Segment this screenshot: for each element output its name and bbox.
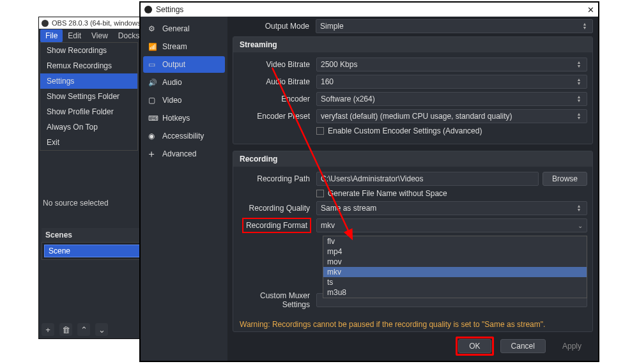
browse-button[interactable]: Browse xyxy=(543,172,587,186)
encoder-select[interactable]: Software (x264)▲▼ xyxy=(316,92,587,106)
file-menu-item[interactable]: Show Recordings xyxy=(40,43,137,58)
filename-space-checkbox[interactable]: Generate File Name without Space xyxy=(316,189,587,198)
sidebar-item-label: Advanced xyxy=(162,149,196,158)
trash-icon[interactable]: 🗑 xyxy=(59,323,72,336)
recording-path-input[interactable]: C:\Users\Administrator\Videos xyxy=(316,172,539,186)
cancel-button[interactable]: Cancel xyxy=(500,339,546,353)
sidebar-item-video[interactable]: Video xyxy=(143,92,225,109)
format-option-flv[interactable]: flv xyxy=(323,236,587,246)
chevron-icon: ⌄ xyxy=(578,222,583,229)
menu-view[interactable]: View xyxy=(86,29,113,42)
recording-format-select[interactable]: mkv⌄ xyxy=(316,218,587,232)
encoder-preset-select[interactable]: veryfast (default) (medium CPU usage, st… xyxy=(316,109,587,123)
chevron-down-icon[interactable]: ⌄ xyxy=(95,323,108,336)
file-menu-item[interactable]: Remux Recordings xyxy=(40,58,137,73)
format-option-mov[interactable]: mov xyxy=(323,257,587,267)
settings-titlebar: Settings ✕ xyxy=(141,3,598,17)
advanced-encoder-checkbox[interactable]: Enable Custom Encoder Settings (Advanced… xyxy=(316,126,587,135)
checkbox-icon xyxy=(316,127,324,135)
settings-sidebar: GeneralStreamOutputAudioVideoHotkeysAcce… xyxy=(141,17,227,361)
menu-file[interactable]: File xyxy=(40,29,63,42)
dialog-buttons: OK Cancel Apply xyxy=(456,337,592,356)
sidebar-item-stream[interactable]: Stream xyxy=(143,38,225,55)
menu-edit[interactable]: Edit xyxy=(63,29,86,42)
stream-icon xyxy=(148,42,157,51)
spinner-arrows-icon: ▲▼ xyxy=(575,204,583,212)
file-menu: Show RecordingsRemux RecordingsSettingsS… xyxy=(40,42,138,151)
plus-icon[interactable]: + xyxy=(42,323,54,336)
encoder-preset-label: Encoder Preset xyxy=(233,112,316,121)
gear-icon xyxy=(148,24,157,33)
sidebar-item-label: General xyxy=(162,24,190,33)
scenes-title: Scenes xyxy=(45,231,72,239)
sidebar-item-label: Audio xyxy=(162,78,182,87)
format-option-mp4[interactable]: mp4 xyxy=(323,246,587,257)
recording-format-label: Recording Format xyxy=(242,218,311,233)
sidebar-item-hotkeys[interactable]: Hotkeys xyxy=(143,110,225,126)
file-menu-item[interactable]: Exit xyxy=(40,135,137,150)
accessibility-icon xyxy=(148,132,157,140)
file-menu-item[interactable]: Show Settings Folder xyxy=(40,89,137,104)
close-icon[interactable]: ✕ xyxy=(587,5,594,15)
recording-path-label: Recording Path xyxy=(233,174,316,183)
custom-muxer-label: Custom Muxer Settings xyxy=(233,291,316,309)
obs-logo-icon xyxy=(42,20,49,27)
sidebar-item-label: Output xyxy=(162,60,185,69)
spinner-arrows-icon: ▲▼ xyxy=(575,95,583,103)
settings-dialog: Settings ✕ GeneralStreamOutputAudioVideo… xyxy=(139,1,599,362)
spinner-arrows-icon: ▲▼ xyxy=(575,78,583,86)
ok-button[interactable]: OK xyxy=(458,339,491,353)
sidebar-item-accessibility[interactable]: Accessibility xyxy=(143,128,225,144)
output-icon xyxy=(148,60,157,69)
format-option-m3u8[interactable]: m3u8 xyxy=(323,287,587,298)
sidebar-item-general[interactable]: General xyxy=(143,20,225,37)
apply-button[interactable]: Apply xyxy=(552,339,592,353)
ok-highlight: OK xyxy=(456,337,493,356)
sidebar-item-label: Accessibility xyxy=(162,132,204,140)
sidebar-item-label: Hotkeys xyxy=(162,114,190,123)
spinner-arrows-icon: ▲▼ xyxy=(581,22,589,30)
video-icon xyxy=(148,96,157,105)
sidebar-item-audio[interactable]: Audio xyxy=(143,74,225,91)
file-menu-item[interactable]: Always On Top xyxy=(40,119,137,135)
advanced-icon xyxy=(148,149,157,158)
output-mode-label: Output Mode xyxy=(233,22,316,31)
audio-bitrate-label: Audio Bitrate xyxy=(233,77,316,86)
sidebar-item-advanced[interactable]: Advanced xyxy=(143,146,225,162)
format-option-ts[interactable]: ts xyxy=(323,277,587,287)
video-bitrate-label: Video Bitrate xyxy=(233,60,316,69)
video-bitrate-input[interactable]: 2500 Kbps▲▼ xyxy=(316,57,587,72)
recording-warning: Warning: Recordings cannot be paused if … xyxy=(233,317,592,331)
checkbox-icon xyxy=(316,190,324,197)
settings-title: Settings xyxy=(156,5,183,14)
recording-header: Recording xyxy=(233,151,592,167)
format-option-mkv[interactable]: mkv xyxy=(323,267,587,277)
spinner-arrows-icon: ▲▼ xyxy=(575,112,583,120)
recording-section: Recording Recording Path C:\Users\Admini… xyxy=(233,151,593,332)
sidebar-item-label: Video xyxy=(162,96,181,105)
audio-bitrate-select[interactable]: 160▲▼ xyxy=(316,75,587,89)
file-menu-item[interactable]: Settings xyxy=(40,73,137,89)
file-menu-item[interactable]: Show Profile Folder xyxy=(40,104,137,119)
sidebar-item-output[interactable]: Output xyxy=(143,56,225,73)
streaming-header: Streaming xyxy=(233,37,592,52)
output-mode-select[interactable]: Simple ▲▼ xyxy=(316,19,593,33)
scene-tools: +🗑⌃⌄ xyxy=(42,323,108,336)
spinner-arrows-icon[interactable]: ▲▼ xyxy=(575,61,583,68)
settings-content: Output Mode Simple ▲▼ Streaming Video Bi… xyxy=(227,17,598,361)
hotkeys-icon xyxy=(148,114,157,123)
obs-logo-icon xyxy=(144,6,152,13)
streaming-section: Streaming Video Bitrate 2500 Kbps▲▼ Audi… xyxy=(233,36,593,144)
recording-format-options: flvmp4movmkvtsm3u8 xyxy=(323,236,587,298)
recording-quality-select[interactable]: Same as stream▲▼ xyxy=(316,201,587,215)
recording-quality-label: Recording Quality xyxy=(233,204,316,213)
sidebar-item-label: Stream xyxy=(162,42,187,51)
encoder-label: Encoder xyxy=(233,95,316,103)
no-source-label: No source selected xyxy=(43,199,109,208)
audio-icon xyxy=(148,78,157,87)
chevron-up-icon[interactable]: ⌃ xyxy=(77,323,90,336)
